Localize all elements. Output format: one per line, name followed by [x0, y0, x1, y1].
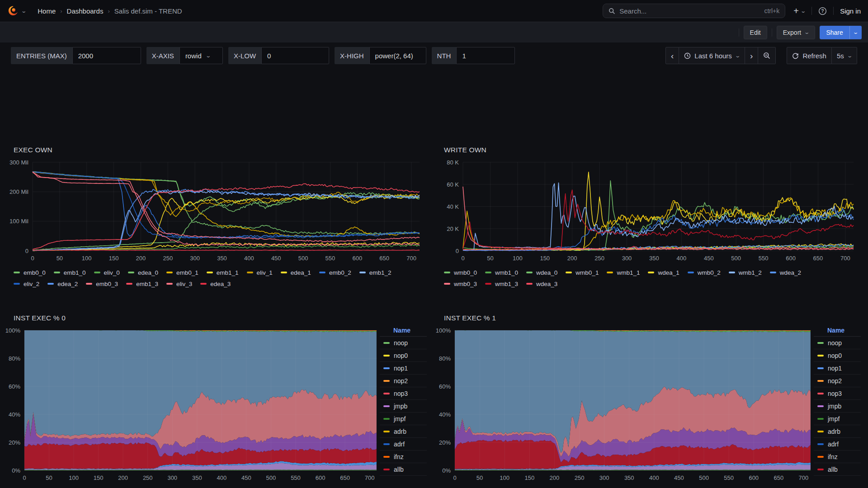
legend-item-edea_3[interactable]: edea_3: [200, 279, 231, 288]
legend-item-adrf[interactable]: adrf: [814, 438, 861, 450]
legend: wmb0_0wmb1_0wdea_0wmb0_1wmb1_1wdea_1wmb0…: [434, 266, 850, 288]
breadcrumb-item-dashboards[interactable]: Dashboards: [67, 7, 104, 15]
legend-item-noop[interactable]: noop: [380, 337, 427, 349]
svg-text:100 Mil: 100 Mil: [9, 218, 28, 225]
help-icon[interactable]: ?: [818, 7, 827, 15]
legend-item-emb0_2[interactable]: emb0_2: [319, 268, 351, 277]
legend-item-nop3[interactable]: nop3: [814, 387, 861, 400]
legend-item-ifnz[interactable]: ifnz: [814, 450, 861, 463]
legend-item-emb0_1[interactable]: emb0_1: [166, 268, 198, 277]
control-select-x-axis[interactable]: rowid⌄: [179, 47, 223, 64]
refresh-interval-button[interactable]: 5s ⌄: [832, 47, 857, 64]
search-input[interactable]: Search... ctrl+k: [603, 4, 785, 18]
svg-text:650: 650: [379, 255, 389, 262]
stacked-area-chart[interactable]: 0%20%40%60%80%100%0501001502002503003504…: [434, 324, 814, 487]
panel-title[interactable]: INST EXEC % 1: [434, 310, 864, 324]
svg-text:150: 150: [540, 255, 550, 262]
panel-title[interactable]: WRITE OWN: [434, 141, 864, 156]
control-input-x-high[interactable]: power(2, 64): [369, 47, 426, 64]
legend-item-emb0_0[interactable]: emb0_0: [14, 268, 46, 277]
legend-item-wdea_0[interactable]: wdea_0: [526, 268, 557, 277]
legend-item-nop1[interactable]: nop1: [380, 362, 427, 375]
legend-item-nop0[interactable]: nop0: [814, 349, 861, 362]
legend-item-emb1_0[interactable]: emb1_0: [54, 268, 86, 277]
zoom-out-button[interactable]: [758, 47, 776, 64]
legend-item-wmb0_0[interactable]: wmb0_0: [444, 268, 477, 277]
legend-label: nop0: [394, 352, 408, 359]
legend-item-nop0[interactable]: nop0: [380, 349, 427, 362]
stacked-area-chart[interactable]: 0%20%40%60%80%100%0501001502002503003504…: [4, 324, 380, 487]
edit-button[interactable]: Edit: [744, 26, 767, 39]
legend-item-emb1_2[interactable]: emb1_2: [359, 268, 392, 277]
legend-item-wmb1_0[interactable]: wmb1_0: [485, 268, 518, 277]
series-color-icon: [94, 272, 100, 273]
series-color-icon: [817, 469, 824, 470]
legend-label: wmb0_0: [454, 269, 477, 276]
legend-item-wmb1_1[interactable]: wmb1_1: [607, 268, 640, 277]
add-new-button[interactable]: + ⌄: [793, 6, 805, 15]
legend-item-jmpf[interactable]: jmpf: [380, 413, 427, 425]
refresh-button[interactable]: Refresh: [787, 47, 832, 64]
legend-item-adrb[interactable]: adrb: [380, 425, 427, 438]
export-button[interactable]: Export⌄: [777, 26, 816, 39]
legend-item-wmb0_1[interactable]: wmb0_1: [566, 268, 599, 277]
panel-title[interactable]: EXEC OWN: [4, 141, 430, 156]
svg-text:150: 150: [94, 474, 104, 481]
legend-item-wdea_2[interactable]: wdea_2: [770, 268, 801, 277]
legend-name-header[interactable]: Name: [380, 324, 427, 337]
grafana-logo-icon: [7, 5, 19, 17]
legend-item-nop2[interactable]: nop2: [814, 375, 861, 387]
legend-item-wdea_1[interactable]: wdea_1: [648, 268, 679, 277]
control-input-entries-max[interactable]: 2000: [72, 47, 141, 64]
control-input-nth[interactable]: 1: [456, 47, 515, 64]
legend-item-wmb0_3[interactable]: wmb0_3: [444, 279, 477, 288]
search-placeholder: Search...: [619, 7, 760, 15]
legend-item-jmpb[interactable]: jmpb: [814, 400, 861, 413]
legend-item-wmb0_2[interactable]: wmb0_2: [688, 268, 721, 277]
legend-item-edea_0[interactable]: edea_0: [128, 268, 158, 277]
control-input-x-low[interactable]: 0: [261, 47, 329, 64]
legend-item-emb1_1[interactable]: emb1_1: [207, 268, 239, 277]
legend-item-ifnz[interactable]: ifnz: [380, 450, 427, 463]
svg-text:60%: 60%: [439, 383, 451, 390]
legend-item-edea_2[interactable]: edea_2: [47, 279, 78, 288]
svg-text:100%: 100%: [436, 327, 451, 334]
time-range-button[interactable]: Last 6 hours ⌄: [679, 47, 745, 64]
legend-item-wdea_3[interactable]: wdea_3: [526, 279, 557, 288]
series-color-icon: [207, 272, 213, 273]
legend-item-nop2[interactable]: nop2: [380, 375, 427, 387]
panel-title[interactable]: INST EXEC % 0: [4, 310, 430, 324]
legend-item-eliv_1[interactable]: eliv_1: [247, 268, 273, 277]
svg-text:0: 0: [25, 248, 28, 254]
legend-item-adrf[interactable]: adrf: [380, 438, 427, 450]
share-menu-button[interactable]: ⌄: [849, 26, 862, 39]
legend-name-header[interactable]: Name: [814, 324, 861, 337]
legend-item-wmb1_3[interactable]: wmb1_3: [485, 279, 518, 288]
legend-item-emb1_3[interactable]: emb1_3: [126, 279, 158, 288]
timeseries-chart[interactable]: 020 K40 K60 K80 K05010015020025030035040…: [434, 156, 864, 266]
legend-item-nop1[interactable]: nop1: [814, 362, 861, 375]
time-back-button[interactable]: ‹: [665, 47, 679, 64]
legend-label: nop2: [828, 377, 842, 385]
svg-text:600: 600: [786, 255, 796, 262]
legend-item-edea_1[interactable]: edea_1: [281, 268, 311, 277]
legend-item-noop[interactable]: noop: [814, 337, 861, 349]
org-switcher[interactable]: ⌄: [7, 5, 26, 17]
legend-item-eliv_3[interactable]: eliv_3: [166, 279, 192, 288]
legend-item-eliv_0[interactable]: eliv_0: [94, 268, 120, 277]
legend-item-adrb[interactable]: adrb: [814, 425, 861, 438]
sign-in-button[interactable]: Sign in: [840, 7, 861, 15]
legend-item-jmpf[interactable]: jmpf: [814, 413, 861, 425]
legend-item-allb[interactable]: allb: [814, 463, 861, 476]
legend-label: emb0_2: [329, 269, 351, 276]
legend-item-emb0_3[interactable]: emb0_3: [86, 279, 118, 288]
legend-item-eliv_2[interactable]: eliv_2: [14, 279, 39, 288]
share-button[interactable]: Share: [820, 26, 849, 39]
legend-item-wmb1_2[interactable]: wmb1_2: [729, 268, 762, 277]
legend-item-allb[interactable]: allb: [380, 463, 427, 476]
legend-item-nop3[interactable]: nop3: [380, 387, 427, 400]
time-forward-button[interactable]: ›: [745, 47, 758, 64]
timeseries-chart[interactable]: 0100 Mil200 Mil300 Mil050100150200250300…: [4, 156, 430, 266]
legend-item-jmpb[interactable]: jmpb: [380, 400, 427, 413]
breadcrumb-item-home[interactable]: Home: [38, 7, 56, 15]
